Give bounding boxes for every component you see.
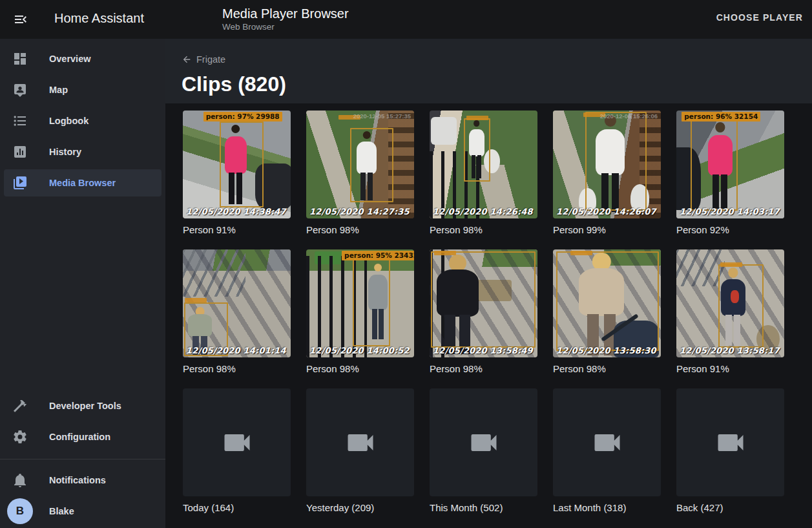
sidebar-nav: Overview Map Logbook History (0, 39, 165, 198)
detection-tag: person: 97% 29988 (203, 112, 282, 121)
app-bar: Home Assistant Media Player Browser Web … (0, 0, 812, 39)
detection-bounding-box (556, 251, 659, 351)
page-heading: Media Player Browser Web Browser (222, 6, 349, 32)
sidebar-item-label: Map (49, 85, 68, 95)
sidebar-item-developer-tools[interactable]: Developer Tools (0, 390, 165, 421)
main-content: Frigate Clips (820) person: 97% 29988 12… (165, 39, 812, 528)
clip-timestamp: 12/05/2020 14:03:17 (680, 207, 780, 216)
detection-bounding-box (350, 128, 393, 202)
clip-timestamp: 12/05/2020 14:26:07 (556, 207, 656, 216)
clip-item[interactable]: person: 95% 23432 12/05/2020 14:00:52 Pe… (306, 249, 414, 374)
clip-item[interactable]: 12/05/2020 13:58:30 Person 98% (553, 249, 661, 374)
clip-timestamp: 12/05/2020 13:58:30 (556, 346, 656, 355)
video-camera-icon (467, 426, 501, 459)
clip-item[interactable]: 12/05/2020 14:01:14 Person 98% (183, 249, 291, 374)
view-dashboard-icon (12, 51, 28, 67)
clip-item[interactable]: 12/05/2020 14:26:48 Person 98% (430, 111, 537, 235)
detection-tag-small (466, 116, 488, 120)
clip-caption: Person 91% (676, 363, 784, 374)
sidebar-divider (0, 459, 165, 459)
clip-thumbnail: person: 95% 23432 12/05/2020 14:00:52 (306, 249, 414, 357)
video-camera-icon (714, 426, 747, 459)
clip-item[interactable]: 12/05/2020 13:58:49 Person 98% (430, 249, 537, 374)
profile-name: Blake (49, 506, 74, 516)
sidebar-item-label: Configuration (49, 432, 110, 442)
folder-item-today[interactable]: Today (164) (183, 388, 291, 513)
sidebar-item-overview[interactable]: Overview (0, 43, 165, 74)
sidebar-item-notifications[interactable]: Notifications (0, 465, 165, 496)
detection-bounding-box (691, 119, 738, 211)
detection-tag: person: 95% 23432 (342, 251, 414, 260)
folder-thumbnail (183, 388, 291, 496)
clip-item[interactable]: 2020-12-05 15:27:35 12/05/2020 14:27:35 … (306, 111, 414, 235)
chart-box-icon (12, 144, 28, 160)
detection-bounding-box (353, 259, 390, 346)
folder-item-last-month[interactable]: Last Month (318) (553, 388, 661, 513)
clip-timestamp: 12/05/2020 13:58:49 (433, 346, 533, 355)
clip-thumbnail: 12/05/2020 13:58:17 (676, 249, 784, 357)
media-grid: person: 97% 29988 12/05/2020 14:38:47 Pe… (183, 111, 812, 513)
sidebar-item-configuration[interactable]: Configuration (0, 421, 165, 452)
clip-caption: Person 99% (553, 224, 661, 235)
clip-thumbnail: person: 97% 29988 12/05/2020 14:38:47 (183, 111, 291, 218)
clip-thumbnail: 2020-12-05 15:27:35 12/05/2020 14:27:35 (306, 111, 414, 218)
clip-timestamp: 12/05/2020 14:01:14 (186, 346, 286, 355)
clip-item[interactable]: person: 96% 32154 12/05/2020 14:03:17 Pe… (676, 111, 784, 235)
folder-thumbnail (553, 388, 661, 496)
app-title: Home Assistant (54, 11, 144, 26)
clip-caption: Person 98% (306, 363, 414, 374)
folder-item-back[interactable]: Back (427) (676, 388, 784, 513)
detection-tag-small (570, 251, 592, 255)
clip-thumbnail: 12/05/2020 14:26:48 (430, 111, 537, 218)
folder-thumbnail (430, 388, 537, 496)
clip-timestamp: 12/05/2020 13:58:17 (680, 346, 780, 355)
toolbar-title: Media Player Browser (222, 6, 349, 21)
clip-timestamp: 12/05/2020 14:00:52 (309, 346, 410, 355)
sidebar-item-logbook[interactable]: Logbook (0, 105, 165, 136)
detection-bounding-box (220, 121, 264, 208)
breadcrumb-label: Frigate (196, 54, 225, 65)
clip-caption: Person 92% (676, 224, 784, 235)
detection-bounding-box (431, 251, 536, 348)
detection-bounding-box (718, 264, 764, 348)
arrow-left-icon (182, 54, 192, 65)
detection-tag-small (720, 262, 742, 267)
video-camera-icon (590, 426, 624, 459)
folder-label: Last Month (318) (553, 502, 661, 513)
folder-label: Back (427) (676, 502, 784, 513)
clip-thumbnail: 12/05/2020 14:01:14 (183, 249, 291, 357)
detection-tag-small (434, 251, 456, 255)
camera-timestamp: 2020-12-05 15:26:06 (600, 112, 658, 120)
clip-caption: Person 91% (183, 224, 291, 235)
sidebar-item-media-browser[interactable]: Media Browser (0, 167, 165, 198)
sidebar-item-label: Logbook (49, 116, 88, 126)
account-location-icon (12, 82, 28, 98)
clip-item[interactable]: person: 97% 29988 12/05/2020 14:38:47 Pe… (183, 111, 291, 235)
sidebar-bottom: Developer Tools Configuration Notificati… (0, 390, 165, 527)
folder-item-yesterday[interactable]: Yesterday (209) (306, 388, 414, 513)
sidebar-item-label: Media Browser (49, 178, 116, 188)
sidebar-item-profile[interactable]: B Blake (0, 496, 165, 527)
folder-item-this-month[interactable]: This Month (502) (430, 388, 537, 513)
item-highlight (4, 498, 161, 525)
toolbar-subtitle: Web Browser (222, 22, 349, 32)
choose-player-button[interactable]: CHOOSE PLAYER (716, 12, 803, 23)
detection-tag: person: 96% 32154 (682, 112, 760, 121)
sidebar-item-map[interactable]: Map (0, 74, 165, 105)
sidebar-item-label: Overview (49, 54, 91, 64)
clip-timestamp: 12/05/2020 14:26:48 (433, 207, 533, 216)
sidebar-item-label: Developer Tools (49, 401, 121, 411)
format-list-bulleted-icon (12, 113, 28, 129)
media-grid-scroll-area[interactable]: person: 97% 29988 12/05/2020 14:38:47 Pe… (165, 103, 812, 528)
folder-label: Yesterday (209) (306, 502, 414, 513)
clip-timestamp: 12/05/2020 14:27:35 (309, 207, 410, 216)
clip-item[interactable]: 12/05/2020 13:58:17 Person 91% (676, 249, 784, 374)
sidebar-item-history[interactable]: History (0, 136, 165, 167)
sidebar-toggle-button[interactable] (13, 12, 28, 27)
clip-item[interactable]: 2020-12-05 15:26:06 12/05/2020 14:26:07 … (553, 111, 661, 235)
clip-caption: Person 98% (430, 363, 537, 374)
breadcrumb-back[interactable]: Frigate (182, 54, 225, 65)
video-camera-icon (220, 426, 254, 459)
content-header: Frigate Clips (820) (165, 39, 812, 103)
folder-thumbnail (676, 388, 784, 496)
